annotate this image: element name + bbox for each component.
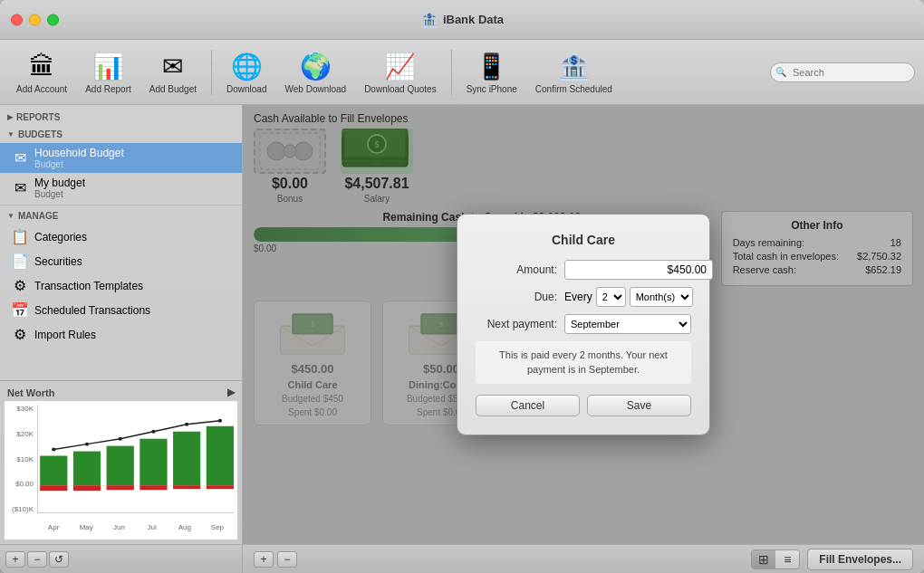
search-input[interactable] (770, 62, 915, 82)
modal-title: Child Care (476, 233, 691, 247)
add-budget-button[interactable]: ✉ Add Budget (142, 46, 204, 98)
remove-item-button[interactable]: − (27, 551, 47, 568)
sync-iphone-button[interactable]: 📱 Sync iPhone (459, 46, 525, 98)
download-quotes-label: Download Quotes (364, 84, 437, 94)
svg-point-15 (119, 437, 122, 441)
sidebar-content: ▶ REPORTS ▼ BUDGETS ✉ Household Budget B… (0, 105, 242, 380)
svg-point-18 (218, 419, 222, 423)
svg-point-16 (151, 430, 155, 434)
modal-due-controls: Every 2 1 3 Month(s) Week(s) Day(s) (564, 287, 693, 307)
x-label-sep: Sep (201, 523, 234, 531)
minimize-button[interactable] (29, 14, 41, 25)
chart-container: $30K $20K $10K $0.00 ($10)K (8, 405, 234, 531)
view-toggle: ⊞ ≡ (751, 549, 800, 569)
sidebar-item-my-budget[interactable]: ✉ My budget Budget (0, 173, 242, 203)
sidebar-divider-1 (0, 205, 242, 205)
remove-envelope-button[interactable]: − (277, 551, 297, 568)
sidebar-item-categories[interactable]: 📋 Categories (0, 224, 242, 249)
modal-info-text: This is paid every 2 months. Your next p… (476, 341, 691, 384)
add-report-button[interactable]: 📊 Add Report (78, 46, 139, 98)
maximize-button[interactable] (47, 14, 59, 25)
main-area: ▶ REPORTS ▼ BUDGETS ✉ Household Budget B… (0, 105, 924, 573)
sidebar-item-text-1: Household Budget Budget (34, 147, 124, 169)
modal-next-label: Next payment: (476, 318, 557, 330)
sidebar: ▶ REPORTS ▼ BUDGETS ✉ Household Budget B… (0, 105, 243, 573)
chart-y-labels: $30K $20K $10K $0.00 ($10)K (8, 405, 35, 513)
modal-next-payment-select[interactable]: September October (564, 314, 691, 334)
svg-rect-10 (173, 485, 200, 489)
manage-arrow-icon: ▼ (7, 212, 14, 220)
app-window: 🏦 iBank Data 🏛 Add Account 📊 Add Report … (0, 0, 924, 573)
import-rules-icon: ⚙ (11, 326, 29, 343)
toolbar: 🏛 Add Account 📊 Add Report ✉ Add Budget … (0, 40, 924, 105)
x-label-jun: Jun (102, 523, 135, 531)
sidebar-item-household-budget[interactable]: ✉ Household Budget Budget (0, 143, 242, 173)
confirm-scheduled-button[interactable]: 🏦 Confirm Scheduled (528, 46, 620, 98)
svg-rect-5 (107, 446, 134, 486)
search-wrapper (770, 62, 915, 82)
net-worth-expand-icon: ▶ (227, 387, 235, 398)
download-icon: 🌐 (230, 50, 263, 82)
x-label-apr: Apr (37, 523, 70, 531)
add-budget-icon: ✉ (157, 50, 189, 82)
confirm-scheduled-icon: 🏦 (557, 50, 590, 82)
net-worth-header[interactable]: Net Worth ▶ (4, 385, 238, 400)
budgets-section-header[interactable]: ▼ BUDGETS (0, 126, 242, 143)
refresh-button[interactable]: ↺ (49, 551, 69, 568)
add-account-icon: 🏛 (25, 50, 58, 82)
reports-section-header[interactable]: ▶ REPORTS (0, 109, 242, 126)
web-download-icon: 🌍 (299, 50, 332, 82)
sidebar-item-text-2: My budget Budget (34, 177, 85, 199)
fill-envelopes-button[interactable]: Fill Envelopes... (807, 549, 913, 570)
chart-svg (37, 405, 234, 513)
web-download-button[interactable]: 🌍 Web Download (278, 46, 354, 98)
modal-due-row: Due: Every 2 1 3 Month(s) We (476, 287, 691, 307)
manage-section-header[interactable]: ▼ MANAGE (0, 207, 242, 224)
list-view-button[interactable]: ≡ (775, 550, 799, 568)
svg-rect-9 (173, 432, 200, 486)
svg-rect-4 (73, 485, 101, 491)
net-worth-section: Net Worth ▶ $30K $20K $10K $0.00 ($10)K (0, 380, 242, 544)
modal-amount-input[interactable] (564, 260, 713, 280)
download-label: Download (226, 84, 266, 94)
window-title: 🏦 iBank Data (420, 11, 504, 28)
close-button[interactable] (11, 14, 23, 25)
modal-save-button[interactable]: Save (587, 395, 691, 416)
add-envelope-button[interactable]: + (254, 551, 274, 568)
modal-cancel-button[interactable]: Cancel (476, 395, 580, 416)
download-quotes-button[interactable]: 📈 Download Quotes (357, 46, 444, 98)
y-label-20k: $20K (8, 430, 34, 438)
sidebar-item-securities[interactable]: 📄 Securities (0, 249, 242, 273)
right-panel: Cash Available to Fill Envelopes (243, 105, 924, 573)
add-item-button[interactable]: + (5, 551, 25, 568)
add-account-button[interactable]: 🏛 Add Account (9, 46, 74, 98)
separator-1 (211, 50, 212, 95)
svg-rect-7 (140, 439, 167, 486)
sidebar-item-import-rules[interactable]: ⚙ Import Rules (0, 322, 242, 347)
sidebar-item-scheduled-transactions[interactable]: 📅 Scheduled Transactions (0, 298, 242, 322)
y-label-neg10k: ($10)K (8, 505, 34, 513)
sidebar-item-transaction-templates[interactable]: ⚙ Transaction Templates (0, 273, 242, 298)
sidebar-bottom-controls: + − ↺ (0, 544, 242, 573)
envelope-icon-2: ✉ (11, 179, 29, 196)
categories-icon: 📋 (11, 228, 29, 245)
svg-rect-8 (140, 485, 167, 490)
add-report-label: Add Report (85, 84, 131, 94)
download-button[interactable]: 🌐 Download (219, 46, 274, 98)
budgets-arrow-icon: ▼ (7, 130, 14, 138)
web-download-label: Web Download (285, 84, 347, 94)
main-content-area: Cash Available to Fill Envelopes (243, 105, 924, 544)
modal-due-number-select[interactable]: 2 1 3 (596, 287, 626, 307)
y-label-10k: $10K (8, 455, 34, 463)
window-controls (11, 14, 59, 25)
modal-due-unit-select[interactable]: Month(s) Week(s) Day(s) (630, 287, 693, 307)
securities-icon: 📄 (11, 253, 29, 270)
modal-amount-row: Amount: (476, 260, 691, 280)
svg-rect-3 (73, 452, 101, 486)
confirm-scheduled-label: Confirm Scheduled (535, 84, 612, 94)
modal-next-payment-row: Next payment: September October (476, 314, 691, 334)
svg-rect-1 (40, 456, 67, 486)
sync-iphone-icon: 📱 (476, 50, 508, 82)
grid-view-button[interactable]: ⊞ (752, 550, 775, 568)
modal-buttons: Cancel Save (476, 395, 691, 416)
